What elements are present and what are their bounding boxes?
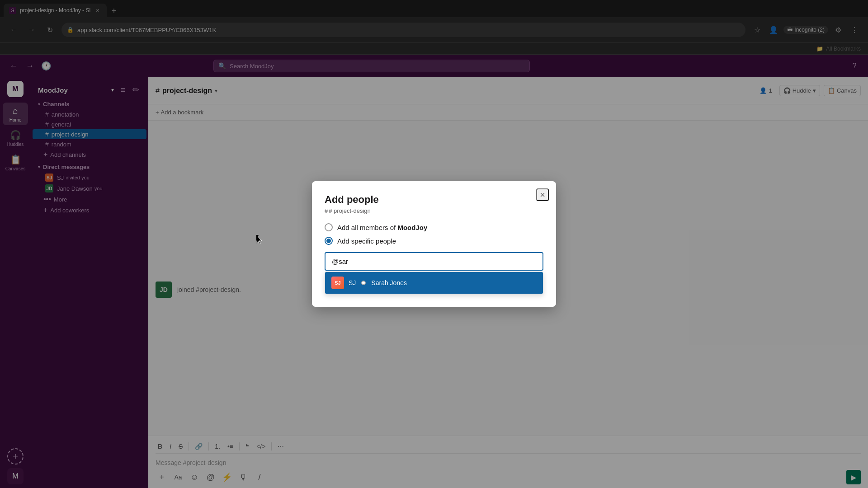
dropdown-item-sarah[interactable]: SJ SJ Sarah Jones bbox=[325, 272, 543, 294]
modal-close-btn[interactable]: × bbox=[536, 188, 549, 201]
user-avatar-sj: SJ bbox=[331, 277, 344, 289]
radio-specific-people[interactable]: Add specific people bbox=[325, 237, 543, 245]
modal-hash-icon: # bbox=[325, 207, 328, 214]
modal-title: Add people bbox=[325, 194, 543, 206]
radio-group: Add all members of MoodJoy Add specific … bbox=[325, 223, 543, 245]
modal-subtitle: # # project-design bbox=[325, 207, 543, 214]
modal-channel-name: # project-design bbox=[329, 207, 371, 214]
radio-btn-all[interactable] bbox=[325, 223, 333, 231]
user-full-name: Sarah Jones bbox=[371, 279, 407, 286]
slack-app: ← → 🕐 🔍 Search MoodJoy ? M ⌂ Home 🎧 Hudd… bbox=[0, 55, 868, 488]
radio-label-specific: Add specific people bbox=[337, 237, 396, 245]
radio-label-all: Add all members of MoodJoy bbox=[337, 224, 427, 231]
search-input-wrapper bbox=[325, 252, 543, 271]
search-dropdown: SJ SJ Sarah Jones bbox=[325, 272, 543, 294]
people-search-input[interactable] bbox=[326, 253, 542, 270]
add-people-modal: × Add people # # project-design Add all … bbox=[312, 181, 556, 307]
radio-btn-specific[interactable] bbox=[325, 237, 333, 245]
radio-all-members[interactable]: Add all members of MoodJoy bbox=[325, 223, 543, 231]
user-display-name: SJ bbox=[349, 279, 356, 286]
user-status-indicator bbox=[361, 281, 366, 285]
modal-overlay[interactable]: × Add people # # project-design Add all … bbox=[0, 0, 868, 488]
